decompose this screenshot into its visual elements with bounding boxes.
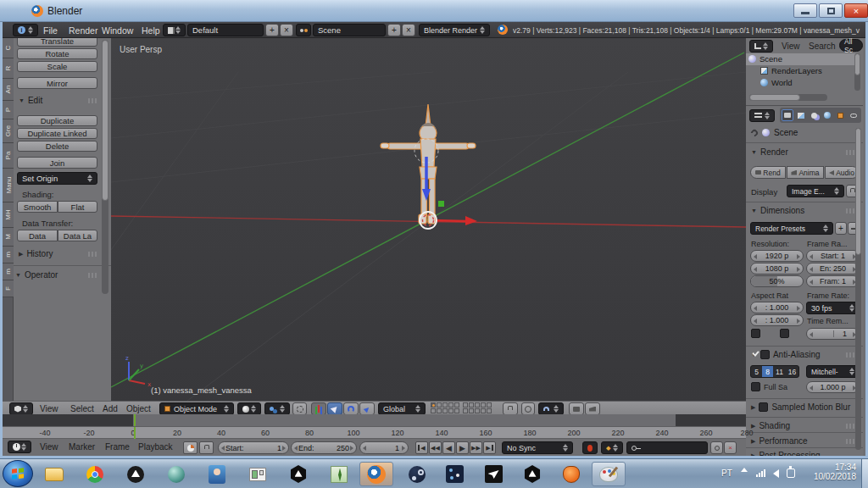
current-frame-field[interactable]: 1 xyxy=(359,441,409,454)
lock-range-button[interactable] xyxy=(199,441,214,454)
active-keying-set-field[interactable] xyxy=(626,441,708,454)
panel-grip-icon[interactable] xyxy=(88,252,98,257)
properties-scrollbar[interactable] xyxy=(855,128,861,450)
crop-checkbox[interactable] xyxy=(780,329,789,338)
timeline-menu-marker[interactable]: Marker xyxy=(69,442,95,452)
taskbar-blender-active[interactable] xyxy=(359,462,393,486)
clock[interactable]: 17:34 10/02/2018 xyxy=(804,463,856,481)
frame-step-field[interactable]: Fram: 1 xyxy=(806,275,860,287)
toolshelf-tab-0[interactable]: C xyxy=(3,38,14,58)
manipulator-y-handle[interactable] xyxy=(438,201,444,207)
performance-panel-header[interactable]: ▶ Performance xyxy=(751,436,808,446)
menu-help[interactable]: Help xyxy=(142,25,160,36)
resolution-y-field[interactable]: 1080 p xyxy=(750,263,804,274)
delete-layout-button[interactable]: × xyxy=(280,24,293,36)
timeline-menu-frame[interactable]: Frame xyxy=(105,442,130,452)
power-icon[interactable] xyxy=(787,469,795,478)
start-button[interactable] xyxy=(3,460,33,487)
outliner-item-scene[interactable]: Scene xyxy=(748,54,782,64)
close-button[interactable]: × xyxy=(844,3,868,18)
editor-type-timeline-button[interactable] xyxy=(8,441,31,453)
taskbar-navy-app[interactable] xyxy=(437,462,471,486)
proportional-edit-button[interactable] xyxy=(521,402,535,415)
keying-set-dropdown[interactable]: ◆ xyxy=(601,441,623,454)
outliner-menu-search[interactable]: Search xyxy=(809,42,836,51)
scale-button[interactable]: Scale xyxy=(17,61,97,72)
aa-filter-dropdown[interactable]: Mitchell- xyxy=(806,365,860,378)
toolshelf-tab-4[interactable]: Gre xyxy=(3,119,14,143)
active-layer-cell[interactable] xyxy=(431,402,436,408)
aspect-x-field[interactable]: : 1.000 xyxy=(750,302,804,313)
aa-samples-5[interactable]: 5 xyxy=(751,366,762,377)
select-menu[interactable]: Select xyxy=(70,404,94,413)
play-reverse-button[interactable]: ◀ xyxy=(442,441,455,454)
add-layout-button[interactable]: + xyxy=(265,24,279,36)
aspect-y-field[interactable]: : 1.000 xyxy=(750,314,804,326)
snap-dropdown[interactable] xyxy=(538,402,564,415)
delete-keyframe-button[interactable]: × xyxy=(724,441,737,454)
render-animation-button[interactable]: Anima xyxy=(787,166,824,179)
editor-type-3dview-button[interactable] xyxy=(9,402,33,415)
speaker-icon[interactable] xyxy=(773,469,779,478)
shade-flat-button[interactable]: Flat xyxy=(58,201,97,213)
toolshelf-scrollbar[interactable] xyxy=(102,40,108,294)
outliner-item-world[interactable]: World xyxy=(760,78,793,87)
outliner-vscrollbar[interactable] xyxy=(854,53,860,91)
shade-smooth-button[interactable]: Smooth xyxy=(17,201,58,213)
editor-type-info-button[interactable]: i xyxy=(13,24,38,36)
shading-dropdown[interactable] xyxy=(237,402,261,415)
manipulator-toggle-button[interactable] xyxy=(311,402,326,415)
edit-panel-header[interactable]: ▼ Edit xyxy=(19,96,42,105)
scrollbar-thumb[interactable] xyxy=(749,94,800,101)
render-presets-dropdown[interactable]: Render Presets xyxy=(750,222,833,235)
delete-scene-button[interactable]: × xyxy=(402,24,415,36)
render-audio-button[interactable]: Audio xyxy=(825,166,859,179)
taskbar-display-app[interactable] xyxy=(241,462,275,486)
current-frame-marker[interactable] xyxy=(134,414,136,426)
data-transfer-button[interactable]: Data xyxy=(17,230,58,241)
frame-end-field[interactable]: En: 250 xyxy=(806,263,860,274)
add-menu[interactable]: Add xyxy=(103,404,118,413)
scrollbar-thumb[interactable] xyxy=(854,53,860,75)
record-button[interactable] xyxy=(582,441,598,454)
toolshelf-tab-2[interactable]: An xyxy=(3,79,14,101)
history-panel-header[interactable]: ▶ History xyxy=(19,249,53,258)
editor-type-properties-button[interactable] xyxy=(749,109,775,122)
outliner-hscrollbar[interactable] xyxy=(749,94,827,101)
taskbar-hand-app[interactable] xyxy=(554,462,588,486)
use-preview-range-button[interactable] xyxy=(183,441,198,454)
character-mesh[interactable] xyxy=(381,104,476,224)
timeline-menu-view[interactable]: View xyxy=(40,442,58,452)
screen-layout-icon-button[interactable] xyxy=(163,24,186,36)
toolshelf-tab-5[interactable]: Pa xyxy=(3,143,14,169)
motion-blur-checkbox[interactable] xyxy=(759,402,768,412)
toolshelf-tab-9[interactable]: m xyxy=(3,247,14,263)
toolshelf-tab-11[interactable]: F xyxy=(3,280,14,297)
taskbar-sphere-app[interactable] xyxy=(159,462,193,486)
pivot-center-button[interactable] xyxy=(292,402,307,415)
minimize-button[interactable] xyxy=(793,3,817,18)
lock-to-scene-button[interactable] xyxy=(503,402,518,415)
maximize-button[interactable] xyxy=(819,3,843,18)
duplicate-linked-button[interactable]: Duplicate Linked xyxy=(17,128,97,139)
insert-keyframe-button[interactable] xyxy=(710,441,723,454)
sync-dropdown[interactable]: No Sync xyxy=(502,441,573,454)
fps-dropdown[interactable]: 30 fps xyxy=(806,302,860,314)
jump-to-start-button[interactable]: ◀ xyxy=(415,441,428,454)
dimensions-panel-header[interactable]: ▼ Dimensions xyxy=(751,206,804,215)
taskbar-explorer[interactable] xyxy=(37,462,71,486)
manipulator-x-arrow[interactable] xyxy=(465,216,477,225)
taskbar-steam[interactable] xyxy=(400,462,434,486)
layers-widget[interactable] xyxy=(431,402,492,413)
panel-grip-icon[interactable] xyxy=(88,273,98,278)
orientation-dropdown[interactable]: Global xyxy=(378,402,426,415)
menu-window[interactable]: Window xyxy=(102,25,133,36)
taskbar-fern-app[interactable] xyxy=(322,462,356,486)
tray-expand-icon[interactable] xyxy=(741,468,748,472)
show-desktop-button[interactable] xyxy=(861,459,868,488)
tab-world[interactable] xyxy=(821,109,833,121)
rotate-manipulator-button[interactable] xyxy=(343,402,359,415)
frame-start-field[interactable]: Start: 1 xyxy=(218,441,289,454)
next-keyframe-button[interactable]: ▶▶ xyxy=(470,441,482,454)
timeline-menu-playback[interactable]: Playback xyxy=(138,442,173,452)
